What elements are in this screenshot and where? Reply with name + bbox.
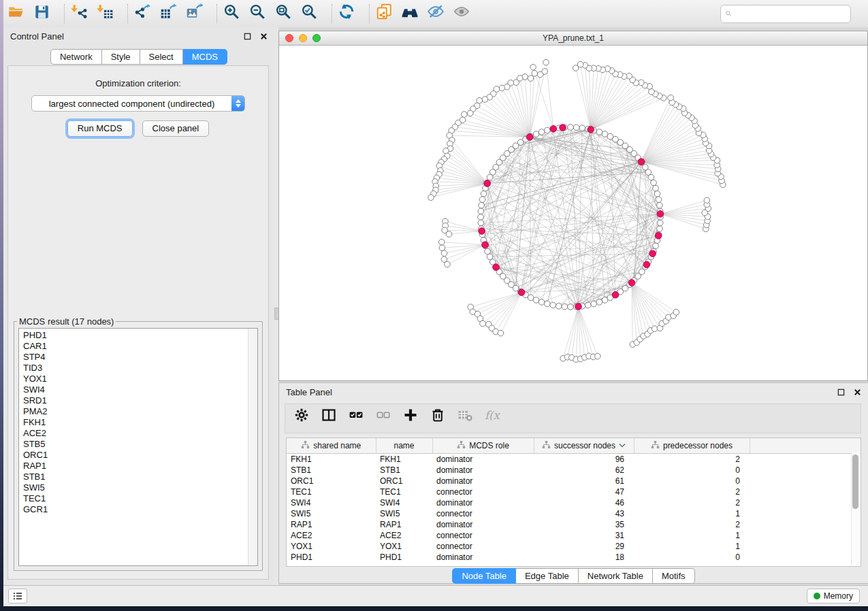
control-panel-close-button[interactable] (258, 31, 269, 42)
column-header-MCDS-role[interactable]: MCDS role (432, 438, 534, 454)
close-panel-button[interactable]: Close panel (142, 120, 210, 137)
network-edge[interactable] (447, 156, 487, 183)
network-node[interactable] (573, 125, 579, 131)
network-node[interactable] (532, 71, 538, 77)
mcds-result-listbox[interactable]: PHD1CAR1STP4TID3YOX1SWI4SRD1PMA2FKH1ACE2… (18, 328, 258, 566)
table-cell[interactable]: 47 (534, 486, 634, 497)
table-row[interactable]: TEC1TEC1connector472 (287, 486, 861, 497)
network-node[interactable] (651, 180, 657, 186)
network-edge[interactable] (449, 231, 482, 235)
network-node[interactable] (562, 303, 568, 310)
mcds-node[interactable] (657, 211, 664, 218)
network-node[interactable] (439, 240, 445, 246)
mcds-result-item[interactable]: ORC1 (23, 450, 257, 461)
tab-node-table[interactable]: Node Table (452, 568, 516, 584)
network-node[interactable] (568, 125, 574, 131)
tab-edge-table[interactable]: Edge Table (516, 568, 579, 584)
mcds-node[interactable] (575, 303, 582, 310)
network-node[interactable] (533, 297, 539, 303)
table-scrollbar[interactable] (851, 452, 860, 565)
zoom-fit-button[interactable] (274, 3, 300, 24)
network-edge[interactable] (481, 229, 658, 235)
network-node[interactable] (579, 125, 585, 131)
add-column-button[interactable] (402, 407, 425, 430)
table-cell[interactable]: PHD1 (287, 552, 376, 563)
network-node[interactable] (481, 191, 487, 197)
network-edge[interactable] (660, 214, 707, 220)
mcds-result-item[interactable]: TEC1 (23, 493, 257, 504)
network-node[interactable] (539, 129, 545, 135)
network-node[interactable] (585, 302, 592, 308)
network-node[interactable] (441, 250, 447, 257)
network-window-titlebar[interactable]: YPA_prune.txt_1 (279, 31, 867, 46)
network-node[interactable] (513, 80, 519, 86)
network-edge[interactable] (563, 307, 578, 359)
table-cell[interactable]: STB1 (287, 465, 376, 476)
table-cell[interactable]: 61 (534, 476, 634, 486)
table-cell[interactable]: ORC1 (376, 476, 432, 486)
network-node[interactable] (596, 299, 602, 306)
network-canvas[interactable] (279, 46, 867, 381)
network-node[interactable] (657, 226, 663, 232)
network-node[interactable] (485, 248, 491, 254)
table-row[interactable]: FKH1FKH1dominator962 (287, 454, 861, 465)
network-node[interactable] (428, 195, 434, 201)
network-edge[interactable] (591, 83, 637, 130)
open-button[interactable] (7, 3, 33, 24)
network-edge[interactable] (641, 162, 718, 169)
network-node[interactable] (539, 299, 545, 306)
table-cell[interactable]: ORC1 (287, 476, 376, 486)
table-cell[interactable]: dominator (432, 497, 534, 508)
table-cell[interactable]: 0 (634, 552, 750, 563)
mcds-node[interactable] (643, 261, 650, 268)
network-node[interactable] (591, 301, 597, 307)
network-node[interactable] (657, 220, 663, 226)
table-cell[interactable]: 35 (534, 519, 634, 530)
network-node[interactable] (595, 353, 601, 359)
table-cell[interactable]: 2 (634, 486, 750, 497)
table-panel-float-button[interactable] (835, 386, 846, 397)
table-row[interactable]: YOX1YOX1connector291 (287, 541, 861, 552)
network-edge[interactable] (489, 97, 530, 137)
mcds-result-item[interactable]: ACE2 (23, 428, 257, 439)
mcds-result-item[interactable]: CAR1 (23, 341, 257, 352)
mcds-node[interactable] (628, 280, 635, 286)
network-edge[interactable] (641, 162, 721, 177)
table-cell[interactable]: SWI5 (287, 508, 376, 519)
table-row[interactable]: PHD1PHD1dominator180 (287, 552, 861, 563)
network-node[interactable] (533, 131, 539, 137)
table-cell[interactable]: 2 (634, 497, 750, 508)
table-cell[interactable]: 46 (534, 497, 634, 508)
network-node[interactable] (528, 76, 534, 82)
network-node[interactable] (543, 59, 549, 65)
network-edge[interactable] (481, 162, 641, 223)
mcds-result-item[interactable]: TID3 (23, 363, 257, 374)
tab-network[interactable]: Network (50, 49, 102, 65)
network-edge[interactable] (447, 245, 485, 265)
table-cell[interactable]: connector (432, 530, 534, 541)
panel-columns-button[interactable] (321, 407, 344, 430)
table-cell[interactable]: dominator (432, 476, 534, 486)
criterion-select[interactable]: largest connected component (undirected) (31, 95, 245, 112)
import-network-button[interactable] (70, 3, 96, 24)
mcds-result-item[interactable]: PHD1 (23, 330, 257, 341)
mcds-result-item[interactable]: STB5 (23, 439, 257, 450)
network-node[interactable] (668, 95, 674, 101)
network-node[interactable] (545, 301, 551, 307)
network-edge[interactable] (576, 68, 591, 129)
mcds-result-item[interactable]: STP4 (23, 352, 257, 363)
table-cell[interactable]: 62 (534, 465, 634, 476)
table-cell[interactable]: SWI4 (376, 497, 432, 508)
table-cell[interactable]: connector (432, 541, 534, 552)
window-close-icon[interactable] (285, 34, 293, 42)
network-node[interactable] (478, 220, 484, 226)
table-cell[interactable]: dominator (432, 519, 534, 530)
network-node[interactable] (530, 64, 536, 70)
tab-motifs[interactable]: Motifs (653, 568, 695, 584)
network-node[interactable] (439, 245, 445, 251)
table-row[interactable]: SWI4SWI4dominator462 (287, 497, 861, 508)
network-node[interactable] (480, 320, 486, 327)
column-header-shared-name[interactable]: shared name (287, 438, 376, 454)
mcds-node[interactable] (484, 180, 491, 187)
network-edge[interactable] (492, 293, 522, 329)
